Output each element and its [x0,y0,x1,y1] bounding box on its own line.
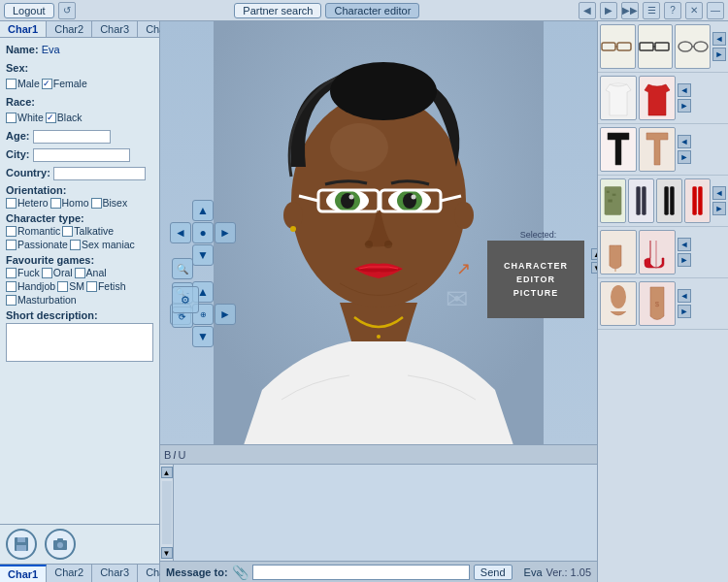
char-editor-icon[interactable]: ⚙ [172,286,199,313]
nav-right-2[interactable]: ► [215,304,236,325]
legs-dark-item[interactable] [628,178,654,223]
tops-nav-prev[interactable]: ◄ [678,83,691,97]
legs-red-item[interactable] [684,178,711,223]
bottoms-nav-prev[interactable]: ◄ [678,135,691,148]
sex-male-checkbox[interactable] [6,79,17,89]
fg-fuck[interactable]: Fuck [6,267,40,278]
partner-search-button[interactable]: Partner search [234,3,321,18]
nav-icon-5[interactable]: ? [664,2,681,19]
shoes-skin-item[interactable] [600,230,637,275]
romantic-cb[interactable] [6,226,17,237]
shoes-nav-prev[interactable]: ◄ [678,238,691,251]
nav-right[interactable]: ► [215,222,236,243]
camera-icon[interactable] [45,529,76,560]
oral-cb[interactable] [42,268,52,278]
char-tab-bottom-3[interactable]: Char3 [92,565,138,582]
ct-talkative[interactable]: Talkative [62,225,114,237]
bottom-black-item[interactable] [600,127,637,172]
glasses-item-2[interactable] [638,24,674,69]
body-nav-next[interactable]: ► [678,305,691,318]
sex-female-checkbox[interactable] [42,79,52,89]
top-white-item[interactable] [600,76,637,120]
legs-nav-prev[interactable]: ◄ [712,186,726,200]
clip-icon[interactable]: 📎 [232,565,248,580]
fg-anal[interactable]: Anal [75,267,107,278]
zoom-in-icon[interactable]: 🔍 [172,258,193,279]
ct-romantic[interactable]: Romantic [6,225,60,237]
glasses-nav-prev[interactable]: ◄ [712,32,726,46]
passionate-cb[interactable] [6,240,17,250]
bisex-cb[interactable] [91,198,102,209]
fg-sm[interactable]: SM [57,280,84,292]
char-tab-3[interactable]: Char3 [92,21,138,37]
fuck-cb[interactable] [6,268,17,278]
fetish-cb[interactable] [86,281,97,292]
message-input[interactable] [252,565,470,580]
bottom-skin-item[interactable] [639,127,676,172]
body-item-2[interactable]: $ [639,281,676,326]
chat-icon-3[interactable]: U [178,449,185,461]
character-editor-button[interactable]: Character editor [325,3,419,18]
pic-scroll-down[interactable]: ▼ [591,262,597,274]
sex-male[interactable]: Male [6,76,40,91]
char-tab-2[interactable]: Char2 [47,21,92,37]
city-input[interactable] [33,148,130,162]
chat-scroll-down[interactable]: ▼ [161,547,173,559]
nav-left[interactable]: ◄ [170,222,191,243]
body-nav-prev[interactable]: ◄ [678,289,691,303]
ct-sexmaniac[interactable]: Sex maniac [70,239,135,250]
legs-nav-next[interactable]: ► [712,202,726,215]
tops-nav-next[interactable]: ► [678,99,691,113]
nav-icon-4[interactable]: ☰ [643,2,660,19]
homo-cb[interactable] [50,198,61,209]
logout-button[interactable]: Logout [4,3,54,18]
race-black-checkbox[interactable] [46,113,56,123]
send-button[interactable]: Send [474,565,513,580]
chat-icon-1[interactable]: B [164,449,171,461]
nav-icon-1[interactable]: ◀ [579,2,596,19]
orient-homo[interactable]: Homo [50,197,89,209]
bottoms-nav-next[interactable]: ► [678,150,691,164]
fg-oral[interactable]: Oral [42,267,73,278]
race-white-checkbox[interactable] [6,113,17,123]
char-tab-bottom-1[interactable]: Char1 [0,565,47,582]
nav-up[interactable]: ▲ [192,200,214,221]
shoes-nav-next[interactable]: ► [678,253,691,267]
race-black[interactable]: Black [46,110,83,125]
char-tab-1[interactable]: Char1 [0,21,47,37]
glasses-nav-next[interactable]: ► [712,48,726,61]
fg-masturbation[interactable]: Masturbation [6,294,77,306]
glasses-item-1[interactable] [600,24,636,69]
shoes-red-item[interactable] [639,230,676,275]
glasses-item-3[interactable] [675,24,711,69]
nav-center[interactable]: ● [192,222,214,243]
chat-icon-2[interactable]: I [173,449,176,461]
fg-handjob[interactable]: Handjob [6,280,55,292]
refresh-icon[interactable]: ↺ [58,2,76,19]
sm-cb[interactable] [57,281,68,292]
char-picture-box[interactable]: CHARACTEREDITORPICTURE [487,241,584,318]
save-icon[interactable] [6,529,37,560]
anal-cb[interactable] [75,268,85,278]
age-input[interactable] [33,130,111,144]
legs-black-item[interactable] [656,178,682,223]
ct-passionate[interactable]: Passionate [6,239,68,250]
nav-down-2[interactable]: ▼ [192,326,214,347]
nav-icon-2[interactable]: ▶ [600,2,617,19]
race-white[interactable]: White [6,110,44,125]
sex-female[interactable]: Female [42,76,87,91]
nav-down[interactable]: ▼ [192,244,214,266]
orient-hetero[interactable]: Hetero [6,197,49,209]
char-tab-bottom-2[interactable]: Char2 [47,565,92,582]
masturbation-cb[interactable] [6,295,17,306]
nav-icon-6[interactable]: ✕ [685,2,703,19]
body-item-1[interactable] [600,281,637,326]
talkative-cb[interactable] [62,226,73,237]
handjob-cb[interactable] [6,281,17,292]
sexmaniac-cb[interactable] [70,240,81,250]
chat-scroll-up[interactable]: ▲ [161,467,173,478]
fg-fetish[interactable]: Fetish [86,280,126,292]
hetero-cb[interactable] [6,198,17,209]
outfit-camo-item[interactable] [600,178,626,223]
pic-scroll-up[interactable]: ▲ [591,248,597,260]
